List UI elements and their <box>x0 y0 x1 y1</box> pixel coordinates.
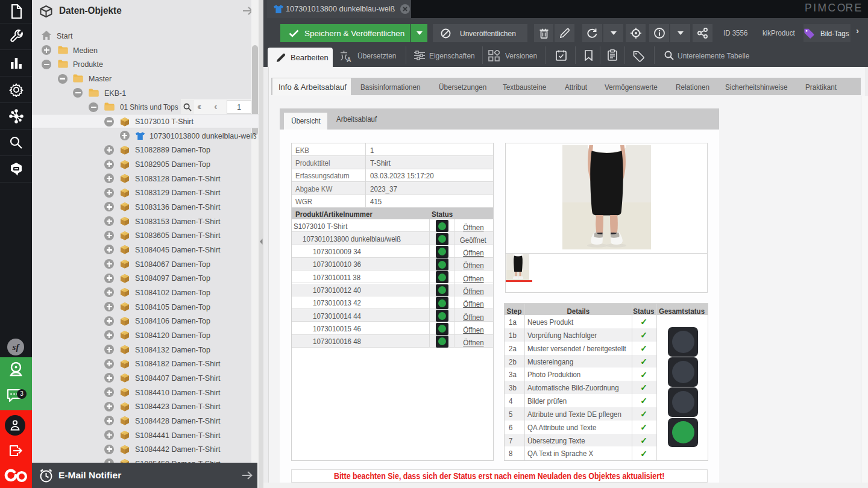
svg-text:A: A <box>347 56 351 63</box>
